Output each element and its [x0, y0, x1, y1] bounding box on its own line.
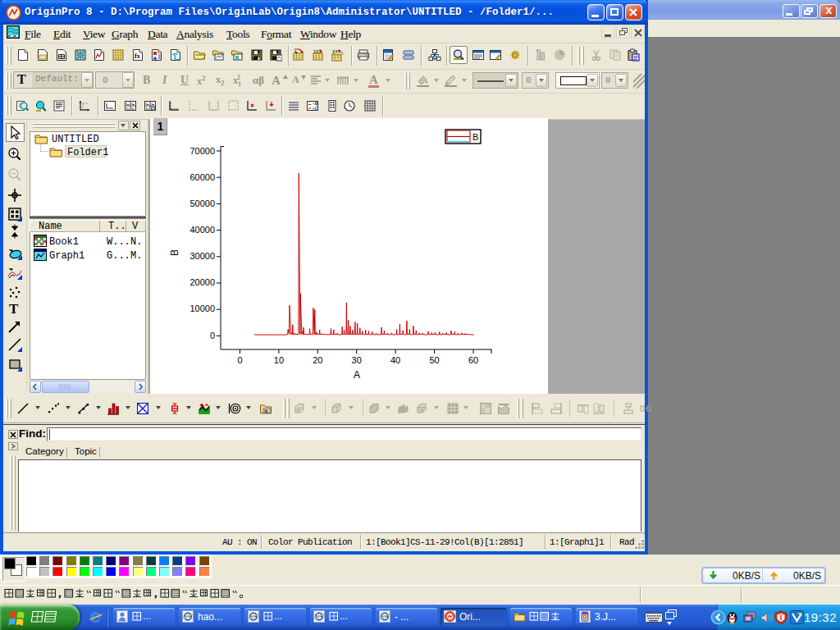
svg-text:0: 0	[237, 355, 242, 365]
svg-text:50: 50	[429, 355, 439, 365]
svg-text:10000: 10000	[189, 304, 215, 313]
svg-text:20000: 20000	[189, 277, 215, 287]
svg-text:B: B	[472, 132, 478, 142]
svg-text:60: 60	[468, 355, 478, 365]
svg-text:T: T	[9, 301, 19, 317]
svg-text:W: W	[264, 409, 268, 413]
svg-text:60000: 60000	[189, 172, 215, 182]
svg-text:B: B	[169, 249, 180, 256]
svg-text:70000: 70000	[189, 146, 215, 156]
svg-text:0: 0	[210, 331, 215, 340]
svg-text:+C: +C	[313, 106, 318, 112]
svg-text:fx: fx	[135, 52, 140, 60]
svg-text:40000: 40000	[189, 225, 215, 235]
svg-text:10: 10	[274, 355, 284, 365]
svg-text:30: 30	[352, 355, 362, 365]
svg-text:A: A	[354, 369, 360, 381]
svg-text:30000: 30000	[189, 251, 215, 261]
svg-text:40: 40	[390, 355, 400, 365]
svg-text:20: 20	[313, 355, 322, 365]
svg-text:50000: 50000	[189, 199, 215, 208]
